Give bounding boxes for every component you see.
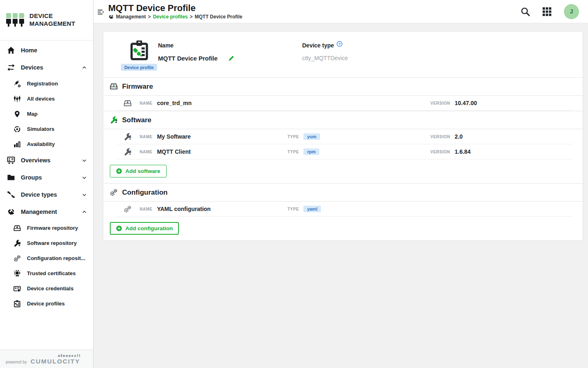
- software-name: My Software: [157, 133, 190, 140]
- device-profile-card: Device profile Name MQTT Device Profile …: [103, 31, 583, 241]
- name-column-label: NAME: [140, 135, 152, 139]
- sidebar-item-firmware-repository[interactable]: Firmware repository: [0, 220, 93, 236]
- devices-swap-icon: [7, 63, 15, 72]
- sidebar-item-registration[interactable]: Registration: [0, 76, 93, 91]
- sidebar-item-label: Devices: [21, 64, 78, 71]
- software-wrench-icon: [110, 116, 118, 124]
- map-pin-icon: [13, 110, 21, 118]
- registration-plug-icon: [13, 80, 21, 88]
- profile-name-value: MQTT Device Profile: [158, 55, 302, 62]
- configuration-rows: NAME YAML configuration TYPE yaml: [117, 202, 573, 217]
- version-column-label: VERSION: [430, 135, 450, 139]
- cumulocity-logo-text: CUMULOCITY: [31, 358, 80, 365]
- sidebar-item-label: Firmware repository: [27, 225, 87, 231]
- chevron-up-icon: [82, 65, 87, 70]
- firmware-icon: [110, 83, 118, 90]
- header-actions: J: [521, 4, 579, 19]
- sidebar-item-label: Device types: [21, 191, 78, 198]
- sidebar-item-trusted-certificates[interactable]: Trusted certificates: [0, 266, 93, 281]
- profile-summary: Device profile Name MQTT Device Profile …: [103, 31, 583, 77]
- sidebar-item-device-credentials[interactable]: Device credentials: [0, 281, 93, 296]
- add-configuration-label: Add configuration: [125, 225, 173, 231]
- firmware-icon: [124, 99, 131, 107]
- firmware-section-header: Firmware: [103, 77, 583, 96]
- firmware-rows: NAME core_trd_mn VERSION 10.47.00: [117, 96, 573, 111]
- content-area: Device profile Name MQTT Device Profile …: [94, 23, 588, 368]
- sidebar-item-label: Management: [21, 209, 78, 215]
- sidebar-item-label: Registration: [27, 81, 87, 87]
- device-type-label: Device type: [302, 42, 334, 49]
- app-logo: DEVICE MANAGEMENT: [0, 0, 93, 40]
- breadcrumb-device-profiles-link[interactable]: Device profiles: [153, 14, 187, 20]
- firmware-repository-icon: [13, 224, 21, 232]
- help-icon[interactable]: [336, 41, 343, 47]
- page-title: MQTT Device Profile: [108, 3, 242, 13]
- device-credentials-icon: [13, 285, 21, 292]
- add-software-button[interactable]: Add software: [110, 165, 167, 177]
- groups-folder-icon: [7, 173, 15, 182]
- breadcrumb-separator: >: [190, 14, 193, 20]
- breadcrumb-separator: >: [148, 14, 151, 20]
- sidebar-item-availability[interactable]: Availability: [0, 137, 93, 152]
- sidebar-item-label: Availability: [27, 141, 87, 147]
- device-types-icon: [7, 191, 15, 199]
- overviews-icon: [7, 156, 15, 164]
- device-profiles-icon: [13, 300, 21, 307]
- sidebar-item-groups[interactable]: Groups: [0, 169, 93, 186]
- sidebar-item-label: Home: [21, 47, 87, 54]
- software-section-header: Software: [103, 111, 583, 129]
- sidebar-item-label: Device credentials: [27, 285, 87, 292]
- avatar[interactable]: J: [564, 4, 579, 19]
- search-icon[interactable]: [521, 7, 530, 16]
- sidebar-item-label: Software repository: [27, 240, 87, 246]
- profile-name-text: MQTT Device Profile: [158, 55, 218, 62]
- all-devices-icon: [13, 95, 21, 103]
- app-root: DEVICE MANAGEMENT Home Devices Registrat…: [0, 0, 588, 368]
- sidebar-item-overviews[interactable]: Overviews: [0, 152, 93, 169]
- availability-bars-icon: [13, 141, 21, 148]
- sidebar-item-devices[interactable]: Devices: [0, 59, 93, 76]
- sidebar-item-configuration-repository[interactable]: Configuration reposit...: [0, 251, 93, 266]
- type-column-label: TYPE: [287, 207, 299, 211]
- collapse-sidebar-icon[interactable]: [97, 9, 104, 16]
- management-handshake-icon: [108, 14, 114, 20]
- add-configuration-button[interactable]: Add configuration: [110, 222, 179, 235]
- add-software-label: Add software: [125, 168, 160, 174]
- app-switcher-icon[interactable]: [542, 7, 552, 16]
- chevron-down-icon: [82, 158, 87, 163]
- sidebar-item-device-types[interactable]: Device types: [0, 186, 93, 203]
- powered-by-label: powered by: [6, 360, 27, 365]
- app-title-line2: MANAGEMENT: [29, 20, 75, 28]
- type-column-label: TYPE: [287, 150, 299, 154]
- device-profile-badge: Device profile: [121, 64, 157, 71]
- title-block: MQTT Device Profile Management > Device …: [108, 3, 242, 20]
- trusted-certificates-icon: [13, 270, 21, 277]
- plus-circle-icon: [116, 168, 122, 174]
- sidebar-item-all-devices[interactable]: All devices: [0, 91, 93, 106]
- device-profile-clipboard-icon: [129, 40, 149, 61]
- sidebar-item-management[interactable]: Management: [0, 203, 93, 220]
- configuration-gears-icon: [124, 205, 131, 213]
- sidebar-footer: powered by CUMULOCITY: [0, 350, 93, 368]
- breadcrumb: Management > Device profiles > MQTT Devi…: [108, 14, 242, 20]
- sidebar-item-device-profiles[interactable]: Device profiles: [0, 296, 93, 311]
- plus-circle-icon: [116, 225, 122, 231]
- breadcrumb-management: Management: [116, 14, 146, 20]
- version-column-label: VERSION: [430, 101, 450, 105]
- sidebar-item-map[interactable]: Map: [0, 106, 93, 121]
- app-title-line1: DEVICE: [29, 12, 75, 20]
- sidebar: DEVICE MANAGEMENT Home Devices Registrat…: [0, 0, 94, 368]
- main-area: MQTT Device Profile Management > Device …: [94, 0, 588, 368]
- sidebar-item-simulators[interactable]: Simulators: [0, 121, 93, 137]
- sidebar-item-label: Trusted certificates: [27, 270, 87, 276]
- configuration-gears-icon: [110, 188, 118, 196]
- edit-pencil-icon[interactable]: [228, 55, 234, 61]
- cumulocity-logo: CUMULOCITY: [31, 354, 80, 365]
- sidebar-item-software-repository[interactable]: Software repository: [0, 236, 93, 251]
- sidebar-item-home[interactable]: Home: [0, 42, 93, 59]
- firmware-section-title: Firmware: [122, 83, 153, 91]
- sidebar-nav: Home Devices Registration All devices Ma…: [0, 40, 93, 350]
- version-column-label: VERSION: [430, 150, 450, 154]
- software-row: NAME MQTT Client TYPE rpm VERSION 1.6.84: [117, 144, 573, 159]
- sidebar-item-label: Map: [27, 111, 87, 117]
